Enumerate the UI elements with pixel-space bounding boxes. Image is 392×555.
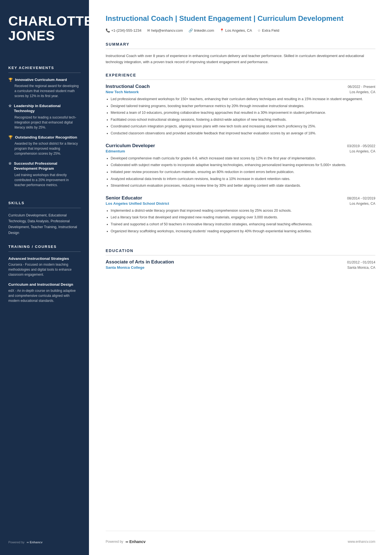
edu-1-location: Santa Monica, CA bbox=[347, 266, 375, 270]
sidebar: CHARLOTTE JONES KEY ACHIEVEMENTS 🏆 Innov… bbox=[0, 0, 89, 555]
footer: Powered by ∞ Enhancv www.enhancv.com bbox=[106, 531, 375, 544]
experience-2: Curriculum Developer 03/2019 - 05/2022 E… bbox=[106, 143, 375, 189]
list-item: Designed tailored training programs, boo… bbox=[111, 103, 375, 109]
experience-3: Senior Educator 08/2014 - 02/2019 Los An… bbox=[106, 195, 375, 234]
training-2-title: Curriculum and Instructional Design bbox=[8, 282, 81, 287]
main-content: Instructional Coach | Student Engagement… bbox=[89, 0, 392, 555]
skills-divider bbox=[8, 208, 81, 208]
exp-2-location: Los Angeles, CA bbox=[350, 149, 375, 153]
exp-1-location: Los Angeles, CA bbox=[350, 90, 375, 94]
linkedin-contact: 🔗 linkedin.com bbox=[188, 28, 214, 33]
location-text: Los Angeles, CA bbox=[225, 28, 252, 33]
sidebar-footer: Powered by ∞ Enhancv bbox=[8, 535, 81, 544]
list-item: Led a literacy task force that developed… bbox=[111, 214, 375, 220]
star-contact-icon: ☆ bbox=[257, 28, 261, 33]
edu-1-date: 01/2012 - 01/2014 bbox=[347, 260, 375, 264]
exp-3-title: Senior Educator bbox=[106, 195, 142, 201]
achievements-divider bbox=[8, 73, 81, 73]
summary-divider bbox=[106, 49, 375, 49]
list-item: Trained and supported a cohort of 50 tea… bbox=[111, 221, 375, 227]
list-item: Organized literacy scaffolding workshops… bbox=[111, 228, 375, 234]
experience-section: EXPERIENCE Instructional Coach 06/2022 -… bbox=[106, 73, 375, 241]
training-title: TRAINING / COURSES bbox=[8, 245, 81, 249]
achievement-3-desc: Awarded by the school district for a lit… bbox=[8, 141, 81, 156]
education-title: EDUCATION bbox=[106, 248, 375, 253]
job-title: Instructional Coach | Student Engagement… bbox=[106, 14, 375, 23]
list-item: Initiated peer review processes for curr… bbox=[111, 169, 375, 175]
achievements-title: KEY ACHIEVEMENTS bbox=[8, 66, 81, 70]
star-icon-1: ☆ bbox=[8, 104, 12, 108]
trophy-icon-2: 🏆 bbox=[8, 135, 13, 140]
achievement-1-title: Innovative Curriculum Award bbox=[15, 77, 67, 82]
experience-title: EXPERIENCE bbox=[106, 73, 375, 77]
name-block: CHARLOTTE JONES bbox=[8, 14, 81, 43]
resume-container: CHARLOTTE JONES KEY ACHIEVEMENTS 🏆 Innov… bbox=[0, 0, 392, 555]
footer-left: Powered by ∞ Enhancv bbox=[106, 539, 146, 544]
training-1-title: Advanced Instructional Strategies bbox=[8, 256, 81, 261]
education-1: Associate of Arts in Education 01/2012 -… bbox=[106, 259, 375, 270]
skills-section: SKILLS Curriculum Development, Education… bbox=[8, 193, 81, 236]
achievement-3-title: Outstanding Educator Recognition bbox=[15, 135, 77, 140]
training-section: TRAINING / COURSES Advanced Instructiona… bbox=[8, 236, 81, 308]
experience-1: Instructional Coach 06/2022 - Present Ne… bbox=[106, 84, 375, 136]
footer-logo: ∞ Enhancv bbox=[125, 539, 145, 544]
list-item: Implemented a district-wide literacy pro… bbox=[111, 208, 375, 214]
experience-divider bbox=[106, 80, 375, 80]
exp-3-date: 08/2014 - 02/2019 bbox=[347, 196, 375, 200]
achievement-4: ☆ Successful Professional Development Pr… bbox=[8, 161, 81, 187]
linkedin-icon: 🔗 bbox=[188, 28, 193, 33]
exp-3-bullets: Implemented a district-wide literacy pro… bbox=[106, 208, 375, 234]
extra-contact: ☆ Extra Field bbox=[257, 28, 279, 33]
summary-text: Instructional Coach with over 8 years of… bbox=[106, 53, 375, 65]
extra-field: Extra Field bbox=[262, 28, 279, 33]
education-section: EDUCATION Associate of Arts in Education… bbox=[106, 248, 375, 273]
skills-text: Curriculum Development, Educational Tech… bbox=[8, 213, 81, 236]
list-item: Coordinated curriculum integration proje… bbox=[111, 124, 375, 129]
list-item: Facilitated cross-school instructional s… bbox=[111, 117, 375, 123]
footer-url: www.enhancv.com bbox=[348, 540, 375, 544]
achievement-4-desc: Led training workshops that directly con… bbox=[8, 172, 81, 188]
email-icon: ✉ bbox=[147, 28, 150, 33]
exp-1-date: 06/2022 - Present bbox=[348, 85, 375, 89]
list-item: Conducted classroom observations and pro… bbox=[111, 130, 375, 136]
footer-powered-label: Powered by bbox=[106, 540, 123, 544]
training-1-desc: Coursera - Focused on modern teaching me… bbox=[8, 262, 81, 277]
achievement-3: 🏆 Outstanding Educator Recognition Award… bbox=[8, 135, 81, 156]
location-icon: 📍 bbox=[220, 28, 224, 33]
sidebar-powered-by: Powered by bbox=[8, 541, 24, 544]
exp-2-title: Curriculum Developer bbox=[106, 143, 155, 149]
skills-title: SKILLS bbox=[8, 201, 81, 205]
location-contact: 📍 Los Angeles, CA bbox=[220, 28, 252, 33]
exp-1-bullets: Led professional development workshops f… bbox=[106, 96, 375, 136]
edu-1-degree: Associate of Arts in Education bbox=[106, 259, 174, 265]
exp-3-company: Los Angeles Unified School District bbox=[106, 201, 169, 206]
training-divider bbox=[8, 251, 81, 252]
exp-2-company: Edmentum bbox=[106, 149, 125, 153]
job-title-header: Instructional Coach | Student Engagement… bbox=[106, 14, 375, 23]
exp-2-date: 03/2019 - 05/2022 bbox=[347, 144, 375, 148]
phone-number: +1-(234)-555-1234 bbox=[111, 28, 142, 33]
contact-row: 📞 +1-(234)-555-1234 ✉ help@enhancv.com 🔗… bbox=[106, 28, 375, 33]
list-item: Analyzed educational data trends to info… bbox=[111, 176, 375, 182]
edu-1-school: Santa Monica College bbox=[106, 265, 145, 270]
phone-icon: 📞 bbox=[106, 28, 110, 33]
exp-2-bullets: Developed comprehensive math curricula f… bbox=[106, 156, 375, 189]
trophy-icon-1: 🏆 bbox=[8, 78, 13, 82]
achievement-2: ☆ Leadership in Educational Technology R… bbox=[8, 103, 81, 130]
summary-section: SUMMARY Instructional Coach with over 8 … bbox=[106, 42, 375, 65]
achievement-2-title: Leadership in Educational Technology bbox=[14, 103, 81, 113]
list-item: Mentored a team of 10 educators, promoti… bbox=[111, 110, 375, 116]
exp-1-company: New Tech Network bbox=[106, 90, 139, 94]
linkedin-url: linkedin.com bbox=[194, 28, 214, 33]
list-item: Streamlined curriculum evaluation proces… bbox=[111, 183, 375, 189]
training-1: Advanced Instructional Strategies Course… bbox=[8, 256, 81, 277]
achievements-section: KEY ACHIEVEMENTS 🏆 Innovative Curriculum… bbox=[8, 57, 81, 193]
achievement-1-desc: Received the regional award for developi… bbox=[8, 83, 81, 98]
exp-3-location: Los Angeles, CA bbox=[350, 202, 375, 206]
summary-title: SUMMARY bbox=[106, 42, 375, 46]
achievement-2-desc: Recognized for leading a successful tech… bbox=[8, 115, 81, 130]
phone-contact: 📞 +1-(234)-555-1234 bbox=[106, 28, 142, 33]
training-2-desc: edX - An in-depth course on building ada… bbox=[8, 288, 81, 303]
sidebar-logo: ∞ Enhancv bbox=[27, 541, 43, 544]
candidate-name: CHARLOTTE JONES bbox=[8, 14, 81, 43]
